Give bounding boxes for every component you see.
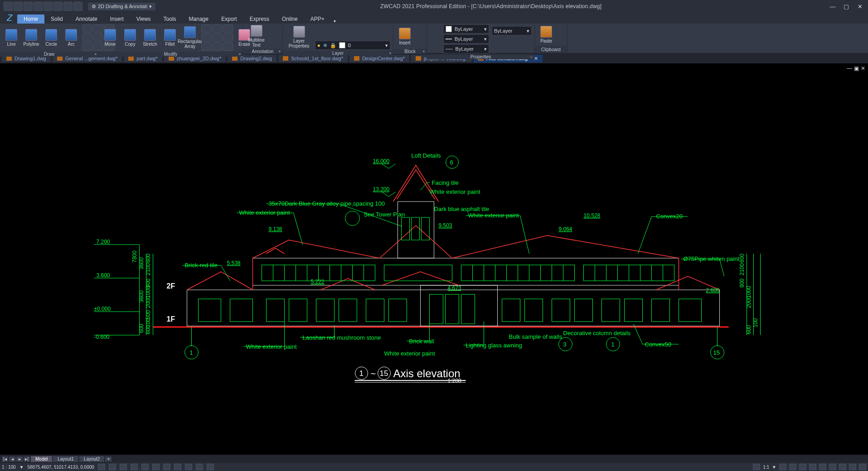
status-tool-icon[interactable] — [789, 464, 796, 470]
tab-app[interactable]: APP+ — [304, 14, 331, 24]
annot-tool-icon[interactable] — [270, 24, 280, 32]
layer-tool-icon[interactable] — [315, 24, 325, 32]
maximize-button[interactable]: ▢ — [840, 2, 853, 11]
mtext-button[interactable]: Multiline Text — [246, 25, 267, 48]
tab-tools[interactable]: Tools — [157, 14, 183, 24]
layer-tool-icon[interactable] — [369, 24, 379, 32]
lwt-icon[interactable] — [163, 464, 170, 470]
color-selector[interactable]: ByLayer▾ — [443, 24, 489, 34]
linetype-selector[interactable]: ──ByLayer▾ — [443, 44, 489, 53]
prop-tool-icon[interactable] — [492, 36, 502, 43]
status-tool-icon[interactable] — [809, 464, 816, 470]
annoscale-icon[interactable] — [753, 464, 760, 470]
layer-tool-icon[interactable] — [348, 24, 358, 32]
modify-tool-icon[interactable] — [201, 34, 211, 42]
circle-button[interactable]: Circle — [43, 29, 60, 47]
prop-tool-icon[interactable] — [492, 44, 502, 52]
tab-home[interactable]: Home — [17, 14, 44, 24]
layout-tab-model[interactable]: Model — [31, 456, 52, 462]
modify-tool-icon[interactable] — [212, 34, 222, 42]
layout-nav-first[interactable]: |◂ — [2, 457, 8, 461]
ortho-icon[interactable] — [120, 464, 127, 470]
new-tab-icon[interactable] — [546, 55, 554, 62]
tab-manage[interactable]: Manage — [183, 14, 215, 24]
ribbon-more-icon[interactable]: ▾ — [334, 19, 336, 24]
qat-redo-icon[interactable] — [63, 2, 73, 11]
plotstyle-selector[interactable]: ByLayer▾ — [492, 26, 532, 35]
modify-tool-icon[interactable] — [212, 43, 222, 51]
layer-selector[interactable]: ●❄🔒 0 ▾ — [315, 41, 390, 50]
cycle-icon[interactable] — [196, 464, 203, 470]
status-scale[interactable]: 1 : 100 — [2, 465, 16, 470]
snap-icon[interactable] — [109, 464, 116, 470]
dyn-icon[interactable] — [174, 464, 181, 470]
doc-tab[interactable]: DesignCenter.dwg* — [349, 55, 409, 62]
qat-undo-icon[interactable] — [53, 2, 63, 11]
block-tool-icon[interactable] — [416, 41, 425, 48]
layout-nav-prev[interactable]: ◂ — [9, 457, 15, 461]
qat-saveas-icon[interactable] — [34, 2, 43, 11]
close-button[interactable]: ✕ — [853, 2, 866, 11]
layout-nav-last[interactable]: ▸| — [24, 457, 30, 461]
qat-new-icon[interactable] — [4, 2, 13, 11]
tab-insert[interactable]: Insert — [104, 14, 130, 24]
layer-tool-icon[interactable] — [315, 33, 325, 40]
qat-open-icon[interactable] — [14, 2, 23, 11]
status-tool-icon[interactable] — [839, 464, 846, 470]
layer-tool-icon[interactable] — [348, 33, 358, 40]
arc-button[interactable]: Arc — [63, 29, 80, 47]
status-tool-icon[interactable] — [799, 464, 806, 470]
layout-tab[interactable]: Layout2 — [79, 456, 105, 462]
polar-icon[interactable] — [131, 464, 138, 470]
status-tool-icon[interactable] — [849, 464, 856, 470]
model-icon[interactable] — [185, 464, 192, 470]
workspace-selector[interactable]: ⚙ 2D Drafting & Annotati ▾ — [88, 3, 155, 10]
modify-tool-icon[interactable] — [223, 34, 233, 42]
layout-tab[interactable]: Layout1 — [53, 456, 78, 462]
layer-properties-button[interactable]: Layer Properties — [286, 26, 312, 48]
layer-tool-icon[interactable] — [359, 24, 369, 32]
insert-button[interactable]: Insert — [396, 28, 413, 45]
match-prop-icon[interactable] — [430, 27, 441, 34]
move-button[interactable]: Move — [102, 29, 119, 47]
layer-tool-icon[interactable] — [337, 33, 347, 40]
drawing-canvas[interactable]: — ▣ ✕ — [0, 63, 868, 455]
tab-export[interactable]: Export — [215, 14, 243, 24]
block-tool-icon[interactable] — [416, 24, 425, 32]
qat-save-icon[interactable] — [24, 2, 33, 11]
tab-views[interactable]: Views — [130, 14, 157, 24]
modify-tool-icon[interactable] — [223, 24, 233, 33]
polyline-button[interactable]: Polyline — [23, 29, 40, 47]
dialog-launcher-icon[interactable]: ↘ — [529, 55, 533, 59]
qp-icon[interactable] — [207, 464, 214, 470]
fillet-button[interactable]: Fillet — [161, 29, 179, 47]
stretch-button[interactable]: Stretch — [141, 29, 159, 47]
annot-tool-icon[interactable] — [270, 33, 280, 40]
qat-print-icon[interactable] — [44, 2, 53, 11]
status-tool-icon[interactable] — [779, 464, 786, 470]
tab-online[interactable]: Online — [276, 14, 304, 24]
otrack-icon[interactable] — [152, 464, 160, 470]
prop-tool-icon[interactable] — [430, 35, 441, 43]
layer-tool-icon[interactable] — [337, 24, 347, 32]
copy-clip-icon[interactable] — [558, 35, 567, 43]
qat-more-icon[interactable] — [73, 2, 82, 11]
minimize-button[interactable]: — — [826, 2, 839, 11]
draw-tool-icon[interactable] — [82, 34, 92, 42]
layer-tool-icon[interactable] — [326, 24, 336, 32]
prop-tool-icon[interactable] — [430, 43, 441, 51]
snap-grid-icon[interactable] — [98, 464, 105, 470]
line-button[interactable]: Line — [3, 29, 20, 47]
osnap-icon[interactable] — [141, 464, 149, 470]
status-annoscale[interactable]: 1:1 — [763, 465, 769, 470]
layout-nav-next[interactable]: ▸ — [16, 457, 23, 461]
modify-tool-icon[interactable] — [201, 43, 211, 51]
doc-tab[interactable]: Schoold_1st_floor.dwg* — [278, 55, 348, 62]
array-button[interactable]: Rectangular Array — [181, 26, 199, 49]
draw-tool-icon[interactable] — [82, 43, 92, 51]
tab-express[interactable]: Express — [243, 14, 276, 24]
tab-annotate[interactable]: Annotate — [69, 14, 104, 24]
modify-tool-icon[interactable] — [212, 24, 222, 33]
close-tab-icon[interactable]: ✕ — [534, 56, 538, 62]
draw-tool-icon[interactable] — [82, 24, 92, 33]
